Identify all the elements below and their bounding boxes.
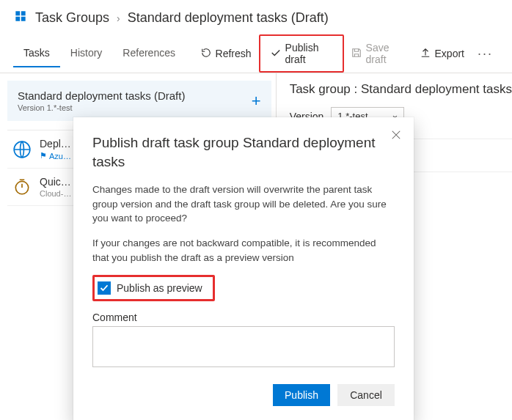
refresh-icon [201,48,211,60]
summary-title: Standard deployment tasks (Draft) [18,89,185,102]
timer-icon [12,177,32,197]
comment-label: Comment [92,312,395,323]
tab-history[interactable]: History [60,41,113,66]
summary-card[interactable]: Standard deployment tasks (Draft) Versio… [7,81,271,121]
publish-draft-highlight: Publish draft [259,34,344,73]
cancel-button[interactable]: Cancel [337,384,395,406]
save-icon [351,48,362,60]
publish-draft-label: Publish draft [285,42,332,65]
task-sub: Cloud-… [40,189,71,198]
publish-button[interactable]: Publish [273,384,330,406]
breadcrumb-current: Standard deployment tasks (Draft) [128,10,329,26]
task-name: Depl… [40,138,71,150]
deploy-icon [12,139,32,160]
check-icon [271,48,281,60]
publish-dialog: Publish draft task group Standard deploy… [73,117,414,420]
publish-as-preview-label: Publish as preview [117,282,202,294]
export-button[interactable]: Export [413,43,472,65]
dialog-body-2: If your changes are not backward compati… [92,236,395,265]
task-group-icon [13,9,28,27]
refresh-label: Refresh [216,48,252,59]
tab-references[interactable]: References [112,41,186,66]
dialog-title: Publish draft task group Standard deploy… [92,133,377,171]
publish-draft-button[interactable]: Publish draft [263,37,340,70]
export-icon [420,48,431,60]
save-draft-label: Save draft [366,42,406,65]
link-icon: ⚑ [40,151,47,161]
publish-as-preview-checkbox[interactable] [98,281,111,295]
tab-tasks[interactable]: Tasks [13,41,60,67]
toolbar: Tasks History References Refresh Publish… [0,30,512,73]
breadcrumb: Task Groups › Standard deployment tasks … [0,0,512,30]
comment-input[interactable] [92,326,395,367]
save-draft-button: Save draft [344,37,413,70]
export-label: Export [435,48,464,59]
breadcrumb-root[interactable]: Task Groups [35,10,109,26]
summary-version: Version 1.*-test [18,103,185,112]
publish-as-preview-row: Publish as preview [92,275,215,301]
svg-point-1 [15,181,28,194]
task-name: Quic… [40,176,71,188]
chevron-right-icon: › [117,12,120,24]
close-button[interactable] [387,126,405,144]
right-title: Task group : Standard deployment tasks [290,82,512,97]
task-sub: ⚑Azu… [40,151,71,161]
refresh-button[interactable]: Refresh [194,43,259,65]
dialog-body-1: Changes made to the draft version will o… [92,183,395,226]
more-button[interactable]: ··· [472,46,499,62]
add-task-icon[interactable]: + [252,92,261,111]
